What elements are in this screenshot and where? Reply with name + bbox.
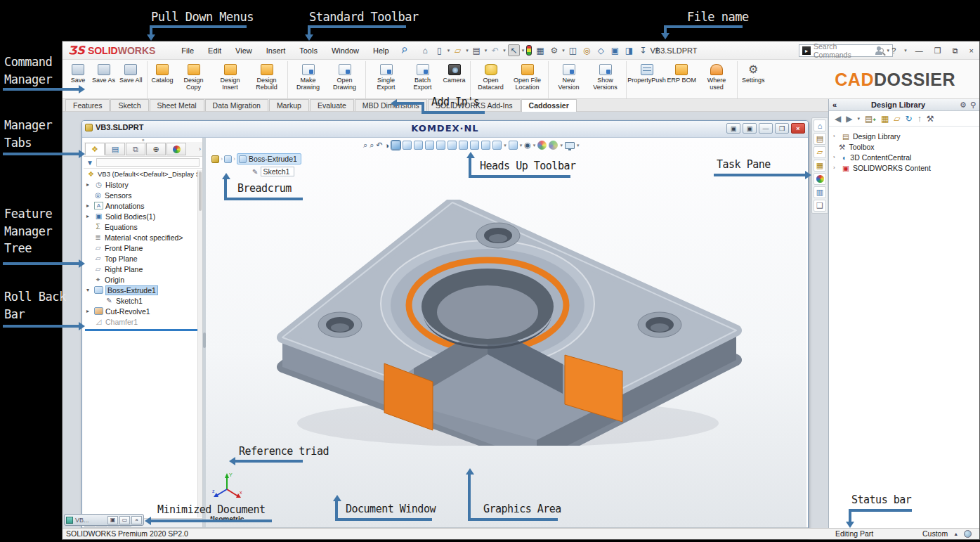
minimized-document-bar[interactable]: VB... ▣ ▭ × [64,514,144,526]
user-account-icon[interactable] [875,46,883,55]
home-icon[interactable]: ⌂ [419,44,431,56]
view-settings-caret-icon[interactable]: ▾ [577,143,580,148]
open-caret-icon[interactable]: ▾ [466,48,469,53]
stoplight-icon[interactable] [526,45,532,56]
mini-restore-button[interactable]: ▣ [107,516,118,524]
open-file-location-button[interactable]: Open File Location [509,63,546,93]
library-item-solidworks-content[interactable]: ›▣SOLIDWORKS Content [832,162,976,173]
pane-options-gear-icon[interactable]: ⚙ [960,101,967,110]
breadcrumb-body-icon[interactable] [224,155,232,163]
pin-menu-icon[interactable]: ⚲ [399,45,409,56]
refresh-icon[interactable]: ↻ [906,114,913,124]
menu-view[interactable]: View [229,44,259,58]
new-caret-icon[interactable]: ▾ [447,48,450,53]
section-view-icon[interactable]: ◑ [385,141,390,150]
view-palette-icon[interactable]: ▦ [814,160,826,172]
tab-caddossier[interactable]: Caddossier [521,99,577,112]
options-caret-icon[interactable]: ▾ [562,48,565,53]
tree-item-right-plane[interactable]: ▱Right Plane [84,264,202,274]
close-button[interactable]: × [967,46,976,55]
tree-item-front-plane[interactable]: ▱Front Plane [84,243,202,253]
view-bottom-icon[interactable] [459,141,468,150]
feature-tree-scrollbar[interactable] [197,170,202,517]
configurationmanager-tab[interactable]: ⧉ [126,143,145,155]
featuremanager-tab[interactable]: ❖ [85,143,105,155]
design-rebuild-button[interactable]: Design Rebuild [249,63,285,93]
view-left-icon[interactable] [425,141,434,150]
expander-icon[interactable]: ▸ [86,213,92,219]
tree-item-material[interactable]: ≣Material <not specified> [84,232,202,243]
custom-properties-icon[interactable]: ▥ [814,186,826,198]
design-insert-button[interactable]: Design Insert [212,63,249,93]
viewport-icon[interactable]: ◫ [567,44,579,56]
rollback-bar[interactable] [85,329,201,331]
erp-bom-button[interactable]: ERP BOM [665,63,698,85]
toolbox-config-icon[interactable]: ⚒ [927,114,934,124]
save-as-button[interactable]: Save As [90,63,117,85]
hide-show-items-icon[interactable]: ◉ [524,141,531,150]
forward-icon[interactable]: ▶ [846,114,852,124]
appearances-icon[interactable] [814,173,826,185]
displaymanager-tab[interactable] [166,143,186,155]
home-icon[interactable]: ⌂ [814,120,826,131]
tab-evaluate[interactable]: Evaluate [310,99,354,111]
hide-show-caret-icon[interactable]: ▾ [533,143,536,148]
zoom-to-fit-icon[interactable]: ⌕ [363,141,367,150]
view-dimetric-icon[interactable] [492,141,502,150]
forum-icon[interactable]: ❑ [814,200,826,212]
open-icon[interactable]: ▱ [452,44,464,56]
propertypush-button[interactable]: PropertyPush [629,63,665,85]
tree-root[interactable]: ❖ VB3 (Default<<Default>_Display State 1 [84,169,202,179]
save-button[interactable]: Save [66,63,90,85]
restore-button[interactable]: ❒ [932,46,944,56]
library-item-3d-contentcentral[interactable]: ›◐3D ContentCentral [832,152,976,162]
settings-button[interactable]: ⚙Settings [740,63,767,85]
expander-icon[interactable]: ▾ [86,287,92,293]
previous-view-icon[interactable]: ↶ [376,141,382,150]
display-style-icon[interactable] [509,141,518,150]
collapse-pane-icon[interactable]: « [832,101,837,109]
add-file-location-icon[interactable]: ▦ [881,114,889,124]
edit-appearance-icon[interactable] [537,141,547,150]
tree-item-top-plane[interactable]: ▱Top Plane [84,253,202,264]
breadcrumb-feature-chip[interactable]: Boss-Extrude1 [237,153,301,164]
zoom-tool-icon[interactable]: ◎ [581,44,593,56]
view-trimetric-icon[interactable] [481,141,490,150]
help-button[interactable]: ? [889,46,899,55]
options-gear-icon[interactable]: ⚙ [548,44,560,56]
part-3d-model[interactable] [276,200,775,446]
expander-icon[interactable]: ▸ [86,202,92,209]
new-version-button[interactable]: New Version [551,63,587,93]
doc-close-button[interactable]: × [791,123,805,134]
batch-export-button[interactable]: Batch Export [405,63,441,93]
design-copy-button[interactable]: Design Copy [176,63,212,93]
library-item-toolbox[interactable]: ⚒Toolbox [832,141,976,152]
measure-icon[interactable]: ◇ [595,44,607,56]
library-item-design-library[interactable]: ›▤Design Library [832,131,976,141]
where-used-button[interactable]: Where used [698,63,735,93]
zoom-to-area-icon[interactable]: ⌕ [370,141,374,150]
select-caret-icon[interactable]: ▾ [522,48,525,53]
tab-data-migration[interactable]: Data Migration [205,99,268,111]
menu-tools[interactable]: Tools [293,44,324,58]
view-right-icon[interactable] [436,141,445,150]
undo-caret-icon[interactable]: ▾ [503,48,506,53]
open-drawing-button[interactable]: Open Drawing [327,63,363,93]
units-caret-icon[interactable]: ▲ [953,531,958,536]
view-top-icon[interactable] [447,141,457,150]
view-isometric-icon[interactable] [470,141,479,150]
view-settings-icon[interactable] [565,142,575,149]
select-icon[interactable]: ↖ [508,44,520,56]
camera-button[interactable]: Camera [441,63,468,85]
propertymanager-tab[interactable]: ▤ [105,143,125,155]
menu-window[interactable]: Window [325,44,365,58]
back-icon[interactable]: ◀ [835,114,841,124]
display-style-caret-icon[interactable]: ▾ [520,143,523,148]
breadcrumb-sketch-row[interactable]: ✎ Sketch1 [252,167,301,176]
menu-edit[interactable]: Edit [202,44,228,58]
panel-expand-icon[interactable]: › [199,146,201,153]
tree-item-sketch1[interactable]: ✎Sketch1 [84,295,202,306]
tree-item-equations[interactable]: ΣEquations [84,221,202,232]
tree-item-solid-bodies[interactable]: ▸▣Solid Bodies(1) [84,211,202,221]
undo-icon[interactable]: ↶ [489,44,501,56]
